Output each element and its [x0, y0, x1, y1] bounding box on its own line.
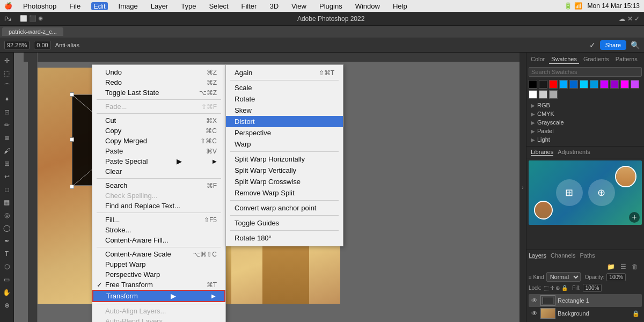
tab-layers[interactable]: Layers [529, 252, 546, 259]
submenu-convert-warp[interactable]: Convert warp anchor point [226, 202, 343, 214]
search-icon[interactable]: 🔍 [631, 41, 640, 49]
swatch-lgray[interactable] [539, 90, 547, 99]
menu-check-spelling[interactable]: Check Spelling... [92, 191, 225, 201]
swatch-group-light[interactable]: ▶ Light [529, 135, 642, 144]
submenu-rotate-180[interactable]: Rotate 180° [226, 232, 343, 244]
menu-transform[interactable]: Transform▶ [92, 290, 225, 302]
swatch-group-pastel[interactable]: ▶ Pastel [529, 127, 642, 135]
submenu-rotate[interactable]: Rotate [226, 93, 343, 105]
tool-marquee[interactable]: ⬚ [1, 68, 13, 79]
menu-paste[interactable]: Paste⌘V [92, 146, 225, 156]
check-icon[interactable]: ✓ [589, 41, 596, 49]
swatch-cyan1[interactable] [559, 80, 568, 89]
tab-channels[interactable]: Channels [551, 252, 575, 259]
layers-delete-icon[interactable]: 🗑 [630, 262, 640, 271]
tab-libraries[interactable]: Libraries [531, 149, 553, 156]
menubar-filter[interactable]: Filter [239, 2, 259, 10]
swatch-purple1[interactable] [600, 80, 609, 89]
search-swatches-input[interactable] [529, 67, 642, 77]
menu-redo[interactable]: Redo⌘Z [92, 77, 225, 87]
menubar-help[interactable]: Help [391, 2, 409, 10]
submenu-remove-warp-split[interactable]: Remove Warp Split [226, 187, 343, 199]
document-tab[interactable]: patrick-ward-z_c... [2, 27, 63, 36]
submenu-again[interactable]: Again⇧⌘T [226, 67, 343, 78]
menubar-layer[interactable]: Layer [149, 2, 171, 10]
menu-fade[interactable]: Fade...⇧⌘F [92, 101, 225, 112]
zoom-value[interactable]: 92.28% [4, 41, 30, 49]
fill-value[interactable]: 100% [583, 284, 602, 292]
swatch-dark[interactable] [539, 80, 547, 89]
tool-gradient[interactable]: ▦ [1, 196, 13, 208]
tool-type[interactable]: T [1, 248, 13, 260]
menu-auto-align[interactable]: Auto-Align Layers... [92, 306, 225, 316]
tool-pen[interactable]: ✒ [1, 235, 13, 247]
menubar-window[interactable]: Window [353, 2, 382, 10]
tab-swatches[interactable]: Swatches [549, 55, 579, 64]
tool-stamp[interactable]: ⊞ [1, 158, 13, 170]
swatch-group-cmyk[interactable]: ▶ CMYK [529, 109, 642, 118]
tab-paths[interactable]: Paths [580, 252, 595, 259]
menubar-file[interactable]: File [67, 2, 83, 10]
share-button[interactable]: Share [600, 40, 626, 50]
submenu-perspective[interactable]: Perspective [226, 127, 343, 138]
tab-color[interactable]: Color [529, 55, 547, 64]
swatch-blue2[interactable] [590, 80, 598, 89]
swatch-black[interactable] [529, 80, 537, 89]
tool-lasso[interactable]: ⌒ [1, 80, 13, 92]
swatch-group-rgb[interactable]: ▶ RGB [529, 101, 642, 109]
menubar-image[interactable]: Image [116, 2, 140, 10]
tool-dodge[interactable]: ◯ [1, 222, 13, 234]
tool-crop[interactable]: ⊡ [1, 106, 13, 118]
submenu-scale[interactable]: Scale [226, 82, 343, 93]
layers-folder-icon[interactable]: 📁 [605, 262, 617, 271]
opacity-value[interactable]: 100% [606, 273, 626, 281]
menu-cut[interactable]: Cut⌘X [92, 115, 225, 126]
transform-handle-ml[interactable] [70, 137, 74, 142]
swatch-group-grayscale[interactable]: ▶ Grayscale [529, 118, 642, 127]
swatch-red[interactable] [549, 80, 558, 89]
menu-puppet-warp[interactable]: Puppet Warp [92, 259, 225, 269]
tool-brush[interactable]: 🖌 [1, 145, 13, 157]
swatch-gray[interactable] [549, 90, 558, 99]
menubar-edit[interactable]: Edit [91, 2, 107, 10]
blend-mode-select[interactable]: Normal Multiply Screen [546, 272, 581, 282]
menubar-select[interactable]: Select [207, 2, 230, 10]
submenu-distort[interactable]: Distort [226, 116, 343, 127]
menu-stroke[interactable]: Stroke... [92, 225, 225, 235]
tool-zoom[interactable]: ⊕ [1, 299, 13, 311]
tab-adjustments[interactable]: Adjustments [558, 149, 590, 156]
tool-eraser[interactable]: ◻ [1, 184, 13, 195]
swatch-violet[interactable] [631, 80, 639, 89]
layer-eye-rectangle[interactable]: 👁 [531, 297, 538, 304]
submenu-split-warp-h[interactable]: Split Warp Horizontally [226, 153, 343, 165]
tab-patterns[interactable]: Patterns [613, 55, 640, 64]
menu-copy-merged[interactable]: Copy Merged⇧⌘C [92, 136, 225, 146]
library-add-button[interactable]: + [629, 212, 640, 223]
submenu-warp[interactable]: Warp [226, 138, 343, 150]
layer-row-rectangle[interactable]: 👁 Rectangle 1 [529, 294, 642, 307]
apple-menu-icon[interactable]: 🍎 [4, 2, 12, 10]
submenu-split-warp-v[interactable]: Split Warp Vertically [226, 165, 343, 176]
swatch-purple2[interactable] [610, 80, 619, 89]
menubar-type[interactable]: Type [179, 2, 198, 10]
swatch-blue1[interactable] [569, 80, 578, 89]
tool-shape[interactable]: ▭ [1, 274, 13, 286]
menu-free-transform[interactable]: Free Transform⌘T [92, 280, 225, 290]
menubar-view[interactable]: View [289, 2, 309, 10]
menu-fill[interactable]: Fill...⇧F5 [92, 215, 225, 225]
menu-toggle-last-state[interactable]: Toggle Last State⌥⌘Z [92, 87, 225, 98]
menu-search[interactable]: Search⌘F [92, 180, 225, 191]
menu-paste-special[interactable]: Paste Special▶ [92, 156, 225, 166]
tool-blur[interactable]: ◎ [1, 209, 13, 221]
tool-wand[interactable]: ✦ [1, 93, 13, 105]
submenu-toggle-guides[interactable]: Toggle Guides [226, 217, 343, 229]
tool-history[interactable]: ↩ [1, 171, 13, 182]
menu-copy[interactable]: Copy⌘C [92, 126, 225, 136]
tab-gradients[interactable]: Gradients [581, 55, 611, 64]
swatch-cyan2[interactable] [580, 80, 588, 89]
panel-collapse-arrow[interactable]: › [519, 53, 526, 322]
menu-undo[interactable]: Undo⌘Z [92, 67, 225, 77]
layer-eye-background[interactable]: 👁 [531, 310, 538, 317]
submenu-split-warp-c[interactable]: Split Warp Crosswise [226, 176, 343, 187]
layers-adjust-icon[interactable]: ☰ [619, 262, 628, 271]
